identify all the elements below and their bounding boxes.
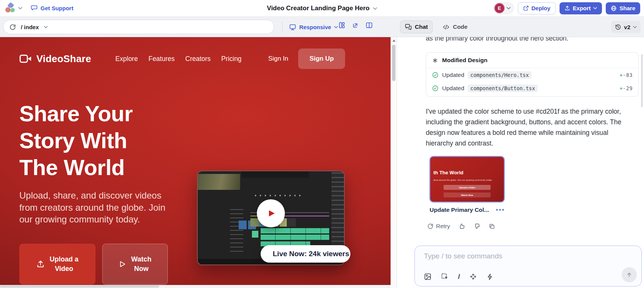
sign-in-link[interactable]: Sign In	[268, 55, 288, 63]
sign-up-button[interactable]: Sign Up	[298, 49, 345, 69]
retry-icon	[427, 223, 433, 229]
chevron-down-icon	[593, 7, 597, 9]
ellipsis-icon[interactable]: •••	[496, 206, 505, 214]
editor-transport-controls	[255, 195, 302, 196]
components-icon[interactable]	[338, 22, 345, 29]
thumb-button: Upload a Video	[444, 185, 491, 190]
device-mode-select[interactable]: Responsive	[289, 21, 338, 33]
app-logo-icon[interactable]	[5, 3, 16, 13]
site-auth: Sign In Sign Up	[268, 49, 345, 69]
editor-pink-line	[280, 216, 329, 216]
account-menu[interactable]: E	[493, 2, 514, 14]
tab-chat-label: Chat	[415, 23, 428, 30]
chat-scrollbar-thumb[interactable]	[641, 54, 643, 107]
thumbs-up-icon[interactable]	[458, 223, 465, 230]
chat-panel: as the primary color throughout the hero…	[397, 37, 644, 288]
sign-up-label: Sign Up	[309, 55, 334, 63]
image-icon[interactable]	[424, 273, 431, 280]
export-button[interactable]: Export	[560, 2, 602, 14]
play-button[interactable]	[257, 199, 285, 227]
hero-heading: Share Your Story With The World	[19, 100, 133, 181]
refresh-icon[interactable]	[9, 24, 16, 30]
toolbar-divider	[282, 22, 283, 32]
thumb-heading: th The World	[433, 170, 463, 175]
editor-green-block	[252, 231, 258, 237]
play-icon	[119, 260, 126, 268]
slash-command-icon[interactable]: /	[458, 272, 460, 281]
diff-stat: +-83	[619, 72, 633, 78]
nav-link-features[interactable]: Features	[148, 55, 175, 63]
scroll-up-arrow-icon[interactable]	[392, 39, 395, 42]
url-path: / index	[21, 24, 39, 30]
nav-link-creators[interactable]: Creators	[185, 55, 211, 63]
deploy-button[interactable]: Deploy	[518, 2, 556, 14]
message-actions: Retry	[427, 223, 495, 230]
modified-file-row[interactable]: Updated components/Hero.tsx +-83	[426, 68, 638, 81]
open-new-tab-icon[interactable]	[352, 22, 359, 29]
nav-link-explore[interactable]: Explore	[116, 55, 138, 63]
site-nav-links: Explore Features Creators Pricing	[116, 55, 242, 63]
preview-viewport: VideoShare Explore Features Creators Pri…	[0, 37, 391, 285]
live-badge-label: Live Now: 24k viewers	[273, 250, 349, 258]
logo-shape	[5, 7, 11, 13]
device-mode-label: Responsive	[299, 24, 331, 30]
share-button[interactable]: Share	[606, 2, 640, 14]
header-actions: E Deploy Export Share	[493, 2, 640, 14]
watch-now-label: WatchNow	[131, 255, 151, 274]
thumb-button: Watch Now	[444, 193, 491, 197]
upload-video-button[interactable]: Upload aVideo	[19, 244, 95, 285]
preview-toolbar: / index Responsive Chat Code v2	[0, 17, 644, 37]
scrollbar-thumb[interactable]	[0, 285, 159, 288]
editor-photo-thumb	[198, 174, 240, 190]
assistant-message-tail: as the primary color throughout the hero…	[426, 37, 568, 42]
preview-vertical-scrollbar[interactable]	[391, 37, 397, 285]
site-brand-label: VideoShare	[36, 53, 91, 65]
split-view-icon[interactable]	[366, 22, 373, 29]
select-area-icon[interactable]	[441, 273, 449, 280]
preview-horizontal-scrollbar[interactable]	[0, 285, 391, 288]
chevron-down-icon[interactable]	[44, 26, 48, 28]
code-icon	[442, 23, 450, 31]
site-brand[interactable]: VideoShare	[19, 53, 91, 65]
sparkle-icon	[432, 57, 438, 64]
diamonds-icon[interactable]	[469, 273, 477, 280]
file-path-chip[interactable]: components/Button.tsx	[468, 85, 538, 92]
file-path-chip[interactable]: components/Hero.tsx	[468, 71, 531, 79]
assistant-message: I've updated the color scheme to use #cd…	[426, 106, 632, 149]
monitor-icon	[289, 23, 296, 31]
share-label: Share	[619, 5, 635, 11]
tab-code[interactable]: Code	[438, 20, 472, 33]
watch-now-button[interactable]: WatchNow	[102, 244, 168, 285]
export-label: Export	[573, 5, 591, 11]
copy-icon[interactable]	[489, 223, 495, 230]
upload-icon	[36, 260, 45, 268]
chat-composer[interactable]: Type / to see commands /	[414, 246, 642, 286]
retry-label: Retry	[436, 223, 450, 230]
editor-tools-column	[230, 208, 243, 251]
history-icon	[615, 24, 621, 30]
thumbs-down-icon[interactable]	[474, 223, 480, 230]
version-caption-row: Update Primary Col... •••	[430, 206, 505, 214]
version-select[interactable]: v2	[611, 21, 641, 33]
project-title-menu[interactable]: Video Creator Landing Page Hero	[267, 0, 377, 17]
lightning-icon[interactable]	[486, 273, 494, 280]
version-title[interactable]: Update Primary Col...	[430, 207, 489, 213]
hero-subheading: Upload, share, and discover videos from …	[19, 189, 169, 225]
check-circle-icon	[432, 72, 439, 78]
url-bar[interactable]: / index	[3, 20, 274, 34]
editor-blue-block	[239, 221, 247, 229]
composer-placeholder[interactable]: Type / to see commands	[424, 252, 502, 260]
thumb-subtext: deos around the globe. Join our growing …	[433, 179, 492, 181]
nav-link-pricing[interactable]: Pricing	[221, 55, 242, 63]
scrollbar-thumb[interactable]	[392, 45, 395, 81]
get-support-button[interactable]: Get Support	[31, 5, 73, 12]
deploy-label: Deploy	[531, 5, 550, 11]
send-button[interactable]	[622, 267, 637, 282]
video-camera-icon	[19, 54, 32, 64]
chevron-down-icon[interactable]	[18, 7, 22, 9]
chevron-down-icon	[506, 7, 511, 9]
modified-file-row[interactable]: Updated components/Button.tsx +-29	[426, 81, 638, 96]
tab-chat[interactable]: Chat	[400, 20, 433, 33]
retry-button[interactable]: Retry	[427, 223, 450, 230]
version-thumbnail[interactable]: th The World deos around the globe. Join…	[430, 156, 505, 202]
